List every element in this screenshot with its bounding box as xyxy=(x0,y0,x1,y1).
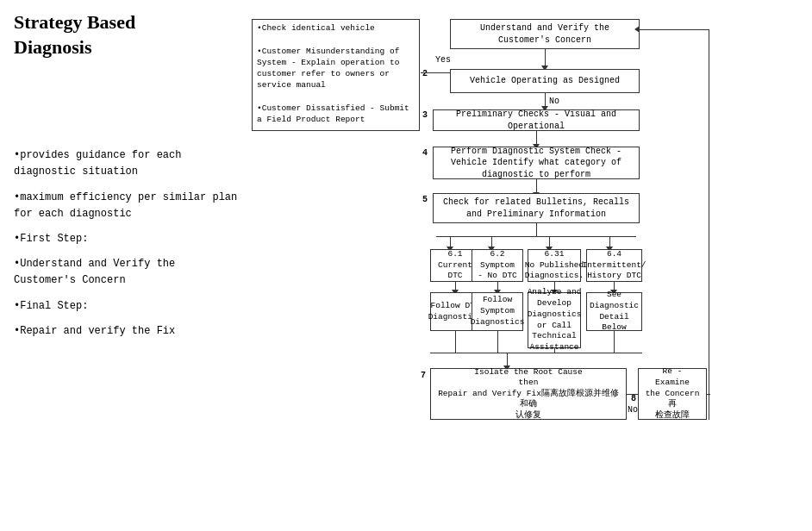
step4-label: 4 xyxy=(422,148,428,158)
bullet-6: •Repair and verify the Fix xyxy=(14,323,241,340)
arrow-top-left xyxy=(634,26,640,33)
symptom-box: 6.2Symptom - No DTC xyxy=(472,249,523,282)
follow-symptom-box: Follow Symptom Diagnostics xyxy=(472,292,523,331)
line-bulletins-down xyxy=(536,223,537,236)
see-diag-box: See Diagnostic Detail Below xyxy=(586,292,642,331)
perform-diag-box: Perform Diagnostic System Check - Vehicl… xyxy=(433,147,640,179)
bullet-3: •First Step: xyxy=(14,231,241,247)
yes-label: Yes xyxy=(435,55,451,65)
no-label-1: No xyxy=(549,97,559,106)
left-list-box: •Check identical vehicle•Customer Misund… xyxy=(252,19,420,131)
line-spread xyxy=(436,236,636,237)
intermittent-box: 6.4Intermittent/History DTC xyxy=(586,249,642,282)
bullet-4: •Understand and Verify the Customer's Co… xyxy=(14,256,241,289)
page-title: Strategy Based Diagnosis xyxy=(14,10,241,59)
bulletins-box: Check for related Bulletins, Recalls and… xyxy=(433,193,640,223)
step2-label: 2 xyxy=(422,69,428,78)
line-yes-right xyxy=(421,72,451,73)
page-container: Strategy Based Diagnosis •provides guida… xyxy=(0,0,812,531)
no-label-2: No xyxy=(628,405,638,415)
bullet-2: •maximum efficiency per similar plan for… xyxy=(14,190,241,222)
nopub-box: 6.31No Published Diagnostics. xyxy=(528,249,581,282)
step7-label: 7 xyxy=(421,371,426,380)
preliminary-box: Preliminary Checks - Visual and Operatio… xyxy=(433,109,640,131)
left-panel: Strategy Based Diagnosis •provides guida… xyxy=(7,7,248,524)
step8-label: 8 xyxy=(631,394,636,403)
understand-box: Understand and Verify the Customer's Con… xyxy=(450,19,640,49)
step3-label: 3 xyxy=(422,110,428,120)
analyze-box: Analyze and Develop Diagnostics or Call … xyxy=(528,292,581,348)
line-seediag-down xyxy=(614,331,615,353)
line-reexamine-right xyxy=(707,394,710,395)
bullet-1: •provides guidance for each diagnostic s… xyxy=(14,147,241,180)
flowchart: •Check identical vehicle•Customer Misund… xyxy=(252,10,802,521)
line-fdtc-down xyxy=(455,331,456,353)
line-converge xyxy=(430,353,642,353)
isolate-box: Isolate the Root CausethenRepair and Ver… xyxy=(430,368,627,420)
step5-label: 5 xyxy=(422,195,428,204)
reexamine-box: Re - Examinethe Concern再检查故障 xyxy=(638,368,707,420)
right-panel: •Check identical vehicle•Customer Misund… xyxy=(248,7,805,524)
line-isolate-right xyxy=(627,394,638,395)
vehicle-operating-box: Vehicle Operating as Designed xyxy=(450,69,640,93)
line-top-connect xyxy=(640,29,709,30)
line-fsym-down xyxy=(497,331,498,353)
line-right-up xyxy=(709,29,709,420)
bullet-5: •Final Step: xyxy=(14,298,241,315)
